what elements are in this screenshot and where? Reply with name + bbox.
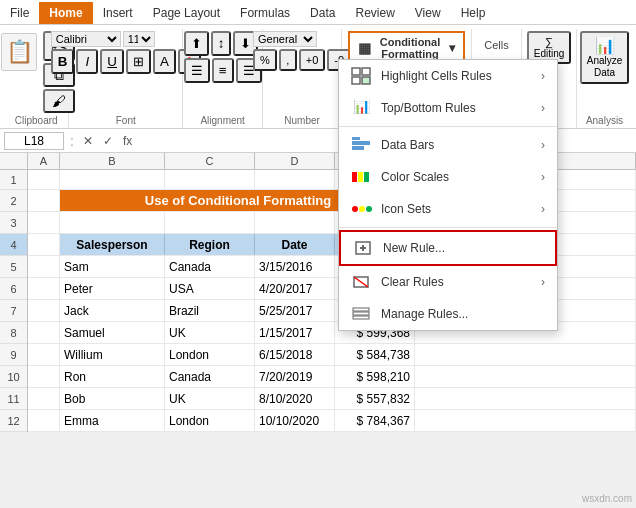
tab-data[interactable]: Data — [300, 2, 345, 24]
cell-c10[interactable]: Canada — [165, 366, 255, 387]
cf-menu-item-clearrules[interactable]: Clear Rules › — [339, 266, 557, 298]
cell-a3[interactable] — [28, 212, 60, 233]
cell-f10[interactable] — [415, 366, 636, 387]
cell-d10[interactable]: 7/20/2019 — [255, 366, 335, 387]
cell-e10[interactable]: $ 598,210 — [335, 366, 415, 387]
cell-c5[interactable]: Canada — [165, 256, 255, 277]
increase-decimal-button[interactable]: +0 — [299, 49, 326, 71]
enter-icon[interactable]: ✓ — [100, 134, 116, 148]
cell-b7[interactable]: Jack — [60, 300, 165, 321]
row-header-9[interactable]: 9 — [0, 344, 27, 366]
cell-a7[interactable] — [28, 300, 60, 321]
cell-b6[interactable]: Peter — [60, 278, 165, 299]
cell-f11[interactable] — [415, 388, 636, 409]
cf-menu-item-topbottom[interactable]: 📊 Top/Bottom Rules › — [339, 92, 557, 124]
tab-page-layout[interactable]: Page Layout — [143, 2, 230, 24]
center-align-button[interactable]: ≡ — [212, 58, 234, 83]
col-header-a[interactable]: A — [28, 153, 60, 169]
analyze-data-button[interactable]: 📊 AnalyzeData — [580, 31, 630, 84]
row-header-7[interactable]: 7 — [0, 300, 27, 322]
row-header-1[interactable]: 1 — [0, 170, 27, 190]
cell-b12[interactable]: Emma — [60, 410, 165, 431]
cell-f12[interactable] — [415, 410, 636, 431]
cell-a5[interactable] — [28, 256, 60, 277]
cell-c3[interactable] — [165, 212, 255, 233]
cell-b5[interactable]: Sam — [60, 256, 165, 277]
cf-menu-item-highlight[interactable]: Highlight Cells Rules › — [339, 60, 557, 92]
tab-formulas[interactable]: Formulas — [230, 2, 300, 24]
cell-c12[interactable]: London — [165, 410, 255, 431]
cell-d5[interactable]: 3/15/2016 — [255, 256, 335, 277]
cell-b1[interactable] — [60, 170, 165, 189]
row-header-3[interactable]: 3 — [0, 212, 27, 234]
tab-file[interactable]: File — [0, 2, 39, 24]
cf-menu-item-databars[interactable]: Data Bars › — [339, 129, 557, 161]
row-header-8[interactable]: 8 — [0, 322, 27, 344]
number-format-select[interactable]: General — [253, 31, 317, 47]
cf-menu-item-colorscales[interactable]: Color Scales › — [339, 161, 557, 193]
cell-c9[interactable]: London — [165, 344, 255, 365]
cell-c11[interactable]: UK — [165, 388, 255, 409]
cell-c8[interactable]: UK — [165, 322, 255, 343]
border-button[interactable]: ⊞ — [126, 49, 151, 74]
cell-f9[interactable] — [415, 344, 636, 365]
row-header-4[interactable]: 4 — [0, 234, 27, 256]
cell-b10[interactable]: Ron — [60, 366, 165, 387]
tab-home[interactable]: Home — [39, 2, 92, 24]
row-header-6[interactable]: 6 — [0, 278, 27, 300]
row-header-12[interactable]: 12 — [0, 410, 27, 432]
cell-b9[interactable]: Willium — [60, 344, 165, 365]
name-box[interactable] — [4, 132, 64, 150]
cell-a11[interactable] — [28, 388, 60, 409]
function-icon[interactable]: fx — [120, 134, 135, 148]
italic-button[interactable]: I — [76, 49, 98, 74]
tab-insert[interactable]: Insert — [93, 2, 143, 24]
middle-align-button[interactable]: ↕ — [211, 31, 232, 56]
cell-e11[interactable]: $ 557,832 — [335, 388, 415, 409]
percent-button[interactable]: % — [253, 49, 277, 71]
row-header-2[interactable]: 2 — [0, 190, 27, 212]
font-family-select[interactable]: Calibri — [51, 31, 121, 47]
fill-color-button[interactable]: A — [153, 49, 176, 74]
cell-a6[interactable] — [28, 278, 60, 299]
cf-menu-item-iconsets[interactable]: Icon Sets › — [339, 193, 557, 225]
cancel-icon[interactable]: ✕ — [80, 134, 96, 148]
tab-review[interactable]: Review — [345, 2, 404, 24]
row-header-11[interactable]: 11 — [0, 388, 27, 410]
cell-b3[interactable] — [60, 212, 165, 233]
left-align-button[interactable]: ☰ — [184, 58, 210, 83]
cell-a10[interactable] — [28, 366, 60, 387]
cell-c6[interactable]: USA — [165, 278, 255, 299]
col-header-d[interactable]: D — [255, 153, 335, 169]
cell-a1[interactable] — [28, 170, 60, 189]
col-header-c[interactable]: C — [165, 153, 255, 169]
cell-b11[interactable]: Bob — [60, 388, 165, 409]
tab-view[interactable]: View — [405, 2, 451, 24]
cell-d9[interactable]: 6/15/2018 — [255, 344, 335, 365]
cell-d1[interactable] — [255, 170, 335, 189]
tab-help[interactable]: Help — [451, 2, 496, 24]
cell-c7[interactable]: Brazil — [165, 300, 255, 321]
col-header-b[interactable]: B — [60, 153, 165, 169]
cell-a2[interactable] — [28, 190, 60, 211]
cell-d11[interactable]: 8/10/2020 — [255, 388, 335, 409]
paste-button[interactable]: 📋 — [1, 33, 37, 71]
cell-d7[interactable]: 5/25/2017 — [255, 300, 335, 321]
row-header-10[interactable]: 10 — [0, 366, 27, 388]
cell-d6[interactable]: 4/20/2017 — [255, 278, 335, 299]
cell-b4[interactable]: Salesperson — [60, 234, 165, 255]
cell-c1[interactable] — [165, 170, 255, 189]
underline-button[interactable]: U — [100, 49, 124, 74]
cell-a8[interactable] — [28, 322, 60, 343]
font-size-select[interactable]: 11 — [123, 31, 155, 47]
cell-a4[interactable] — [28, 234, 60, 255]
cell-d4[interactable]: Date — [255, 234, 335, 255]
cf-menu-item-managerules[interactable]: Manage Rules... — [339, 298, 557, 330]
cf-menu-item-newrule[interactable]: New Rule... — [339, 230, 557, 266]
cell-b8[interactable]: Samuel — [60, 322, 165, 343]
cell-d8[interactable]: 1/15/2017 — [255, 322, 335, 343]
cell-e9[interactable]: $ 584,738 — [335, 344, 415, 365]
cell-a12[interactable] — [28, 410, 60, 431]
comma-button[interactable]: , — [279, 49, 297, 71]
top-align-button[interactable]: ⬆ — [184, 31, 209, 56]
